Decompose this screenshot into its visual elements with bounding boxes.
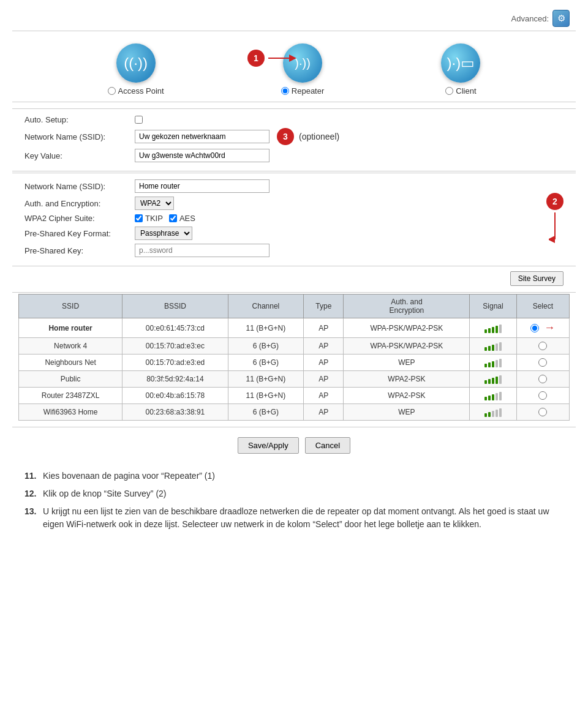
advanced-bar: Advanced: ⚙ [12,6,576,31]
cancel-button[interactable]: Cancel [305,437,350,454]
mode-selector: ((·)) Access Point 1 [12,37,576,102]
table-header-row: SSID BSSID Channel Type Auth. andEncrypt… [19,295,570,318]
cell-type: AP [304,388,344,404]
signal-bar [499,325,502,333]
signal-bars [475,358,511,367]
cell-select[interactable] [516,338,569,355]
pre-shared-key-input[interactable] [135,244,270,257]
cell-select[interactable] [516,388,569,404]
signal-bar [496,360,498,367]
mode-item-repeater: 1 )·)) [281,43,324,96]
access-point-icon: ((·)) [116,43,156,83]
select-radio[interactable] [538,342,547,350]
signal-bars [475,374,511,384]
cell-select[interactable] [516,355,569,371]
network-name-row-1: Network Name (SSID): 3 (optioneel) [24,128,564,145]
key-value-input[interactable] [135,149,270,162]
signal-bars [475,407,511,417]
key-value-row: Key Value: [24,149,564,162]
client-wifi-symbol: )·)▭ [447,56,475,70]
mode-item-client: )·)▭ Client [441,43,480,96]
access-point-radio-row: Access Point [108,86,164,96]
network-name-input-2[interactable] [135,179,270,193]
network-name-input-1[interactable] [135,130,270,143]
network-name-row-2: Network Name (SSID): [24,179,564,193]
pre-shared-key-format-label: Pre-Shared Key Format: [24,229,135,238]
annotation-1-group: 1 [247,50,299,67]
th-signal: Signal [470,295,516,318]
cell-type: AP [304,355,344,371]
signal-bar [496,410,498,417]
site-survey-button[interactable]: Site Survey [510,271,564,286]
signal-bar [492,327,494,333]
cell-select[interactable]: → [516,318,569,338]
cell-ssid: Public [19,371,123,388]
cell-ssid: Router 23487ZXL [19,388,123,404]
table-row: Neighbours Net00:15:70:ad:e3:ed6 (B+G)AP… [19,355,570,371]
cell-channel: 11 (B+G+N) [228,318,304,338]
aes-checkbox[interactable] [169,214,177,222]
select-radio[interactable] [538,391,547,400]
cell-auth: WPA-PSK/WPA2-PSK [344,338,470,355]
cell-channel: 11 (B+G+N) [228,371,304,388]
signal-bar [496,326,498,333]
cell-signal [470,371,516,388]
signal-bar [499,342,502,351]
auto-setup-checkbox[interactable] [135,116,143,124]
cell-select[interactable] [516,404,569,421]
signal-bar [484,364,487,367]
cell-type: AP [304,338,344,355]
page-wrapper: Advanced: ⚙ ((·)) Access Point [0,0,588,560]
cell-bssid: 00:15:70:ad:e3:ec [123,338,228,355]
auth-encryption-label: Auth. and Encryption: [24,199,135,208]
save-apply-button[interactable]: Save/Apply [238,437,299,454]
pre-shared-key-format-select[interactable]: Passphrase [135,227,192,240]
cell-channel: 6 (B+G) [228,338,304,355]
form-section-2: 2 Network Name (SSID): Auth. and Encrypt… [12,174,576,266]
select-radio[interactable] [538,375,547,383]
pre-shared-key-label: Pre-Shared Key: [24,246,135,255]
cell-signal [470,404,516,421]
form-section-1: Auto. Setup: Network Name (SSID): 3 (opt… [12,110,576,171]
cell-type: AP [304,404,344,421]
instruction-item: 12.Klik op de knop “Site Survey” (2) [24,487,564,500]
repeater-radio[interactable] [281,87,289,95]
th-select: Select [516,295,569,318]
pre-shared-key-row: Pre-Shared Key: [24,244,564,257]
client-icon: )·)▭ [441,43,480,83]
access-point-radio[interactable] [108,87,116,95]
aes-checkbox-wrap: AES [169,214,195,223]
instruction-number: 13. [24,505,43,518]
client-radio[interactable] [445,87,453,95]
tkip-checkbox[interactable] [135,214,143,222]
gear-button[interactable]: ⚙ [552,10,570,27]
auth-encryption-select[interactable]: WPA2 [135,197,174,210]
signal-bar [499,408,502,417]
cell-type: AP [304,371,344,388]
signal-bar [492,345,494,351]
instruction-number: 11. [24,470,43,482]
wpa2-cipher-row: WPA2 Cipher Suite: TKIP AES [24,214,564,223]
annotation-2-circle: 2 [546,193,564,210]
select-radio[interactable] [538,358,547,367]
cell-auth: WPA-PSK/WPA2-PSK [344,318,470,338]
select-radio[interactable] [530,324,539,332]
table-row: Router 23487ZXL00:e0:4b:a6:15:7811 (B+G+… [19,388,570,404]
instruction-item: 11.Kies bovenaan de pagina voor “Repeate… [24,470,564,482]
signal-bar [496,377,498,384]
cell-signal [470,338,516,355]
cell-channel: 11 (B+G+N) [228,388,304,404]
network-name-label-1: Network Name (SSID): [24,132,135,141]
table-row: Network 400:15:70:ad:e3:ec6 (B+G)APWPA-P… [19,338,570,355]
signal-bar [499,359,502,367]
cell-bssid: 00:23:68:a3:38:91 [123,404,228,421]
th-ssid: SSID [19,295,123,318]
tkip-checkbox-wrap: TKIP [135,214,163,223]
pre-shared-key-format-row: Pre-Shared Key Format: Passphrase [24,227,564,240]
signal-bar [496,393,498,400]
cell-select[interactable] [516,371,569,388]
auto-setup-label: Auto. Setup: [24,115,135,124]
mode-item-access-point: ((·)) Access Point [108,43,164,96]
select-radio[interactable] [538,408,547,416]
cell-signal [470,355,516,371]
